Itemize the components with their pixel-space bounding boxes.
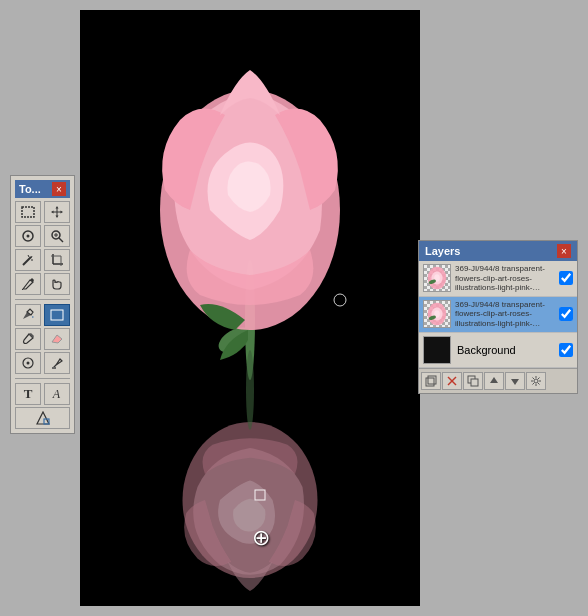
magic-wand-tool[interactable] (15, 249, 41, 271)
paint-bucket-tool[interactable] (15, 304, 41, 326)
layers-panel: Layers × 369-JI/944/8 transparent-flower… (418, 240, 578, 394)
move-tool[interactable] (44, 201, 70, 223)
svg-line-16 (28, 255, 29, 257)
layer-info-1: 369-JI/944/8 transparent-flowers-clip-ar… (455, 264, 557, 293)
layers-header: Layers × (419, 241, 577, 261)
toolbox-title: To... (19, 183, 41, 195)
shapes-tool[interactable] (15, 407, 70, 429)
rect-select-tool[interactable] (15, 201, 41, 223)
layer-info-2: 369-JI/944/8 transparent-flowers-clip-ar… (455, 300, 557, 329)
svg-line-15 (23, 257, 31, 265)
new-layer-button[interactable] (421, 372, 441, 390)
move-layer-down-button[interactable] (505, 372, 525, 390)
svg-rect-8 (22, 207, 34, 217)
svg-point-26 (27, 362, 30, 365)
background-layer[interactable]: Background (419, 333, 577, 368)
svg-line-12 (59, 238, 63, 242)
hand-tool[interactable] (44, 273, 70, 295)
toolbox-header: To... × (15, 180, 70, 198)
svg-rect-39 (428, 376, 436, 384)
text-tool[interactable]: T (15, 383, 41, 405)
pencil-tool[interactable] (15, 273, 41, 295)
svg-marker-45 (511, 379, 519, 385)
layer-thumb-1 (423, 264, 451, 292)
canvas-area: ⊕ (80, 10, 420, 606)
lasso-tool[interactable] (15, 225, 41, 247)
path-text-tool[interactable]: A (44, 383, 70, 405)
brush-tool[interactable] (15, 328, 41, 350)
svg-line-17 (31, 256, 32, 258)
duplicate-layer-button[interactable] (463, 372, 483, 390)
tool-grid: T A (15, 201, 70, 429)
layers-toolbar (419, 368, 577, 393)
svg-point-6 (246, 350, 254, 430)
layer-visibility-1[interactable] (559, 271, 573, 285)
toolbox-close-button[interactable]: × (52, 182, 66, 196)
svg-rect-43 (471, 379, 478, 386)
rectangle-tool[interactable] (44, 304, 70, 326)
crop-tool[interactable] (44, 249, 70, 271)
layer-item-2[interactable]: 369-JI/944/8 transparent-flowers-clip-ar… (419, 297, 577, 333)
svg-line-23 (22, 289, 23, 290)
eraser-tool[interactable] (44, 328, 70, 350)
layers-close-button[interactable]: × (557, 244, 571, 258)
background-visibility[interactable] (559, 343, 573, 357)
color-picker-tool[interactable] (44, 352, 70, 374)
layer-settings-button[interactable] (526, 372, 546, 390)
delete-layer-button[interactable] (442, 372, 462, 390)
zoom-tool[interactable] (44, 225, 70, 247)
clone-tool[interactable] (15, 352, 41, 374)
svg-rect-27 (52, 367, 56, 369)
layer-item-1[interactable]: 369-JI/944/8 transparent-flowers-clip-ar… (419, 261, 577, 297)
svg-point-46 (534, 379, 538, 383)
move-layer-up-button[interactable] (484, 372, 504, 390)
toolbox-panel: To... × (10, 175, 75, 434)
background-label: Background (457, 344, 557, 356)
svg-rect-38 (426, 378, 434, 386)
layer-thumb-2 (423, 300, 451, 328)
svg-marker-28 (37, 412, 49, 424)
svg-marker-44 (490, 377, 498, 383)
svg-point-10 (27, 235, 30, 238)
layer-visibility-2[interactable] (559, 307, 573, 321)
layers-title: Layers (425, 245, 460, 257)
background-thumb (423, 336, 451, 364)
svg-rect-24 (51, 310, 63, 320)
